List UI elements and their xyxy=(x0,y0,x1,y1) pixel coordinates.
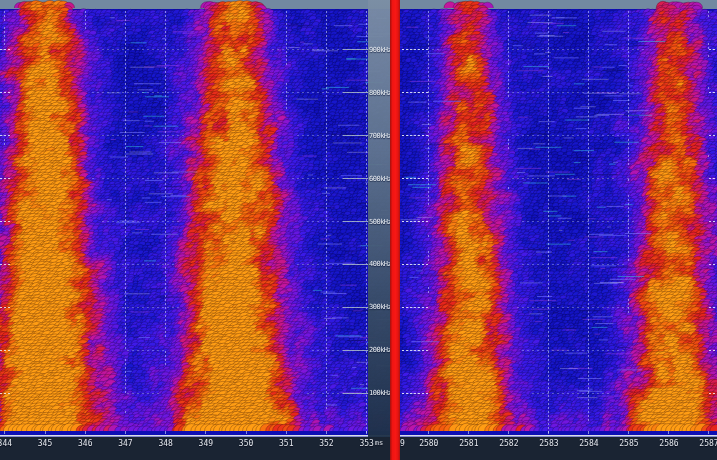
clipped-tick-label: 9 xyxy=(400,439,408,448)
time-tick-label: 2584 xyxy=(575,439,603,448)
time-tick-label: 350 xyxy=(232,439,260,448)
time-tick-label: 351 xyxy=(272,439,300,448)
time-tick-label: 2586 xyxy=(655,439,683,448)
time-tick-label: 2581 xyxy=(455,439,483,448)
spectrogram-app-window: 900kHz800kHz700kHz600kHz500kHz400kHz300k… xyxy=(0,0,717,460)
time-axis-unit-label: ms xyxy=(375,439,383,448)
panel-divider[interactable] xyxy=(390,0,400,460)
time-tick-label: 2580 xyxy=(415,439,443,448)
time-tick-label: 345 xyxy=(31,439,59,448)
frequency-scale-strip[interactable]: 900kHz800kHz700kHz600kHz500kHz400kHz300k… xyxy=(368,0,390,437)
time-tick-label: 2587 xyxy=(695,439,717,448)
time-tick-label: 348 xyxy=(152,439,180,448)
time-tick-label: 347 xyxy=(111,439,139,448)
time-tick-label: 344 xyxy=(0,439,19,448)
time-tick-label: 2582 xyxy=(495,439,523,448)
right-spectrogram-panel[interactable] xyxy=(400,0,717,437)
time-tick-label: 2583 xyxy=(535,439,563,448)
time-tick-label: 352 xyxy=(312,439,340,448)
time-tick-label: 346 xyxy=(71,439,99,448)
left-spectrogram-panel[interactable] xyxy=(0,0,390,437)
time-tick-label: 2585 xyxy=(615,439,643,448)
time-tick-label: 349 xyxy=(192,439,220,448)
